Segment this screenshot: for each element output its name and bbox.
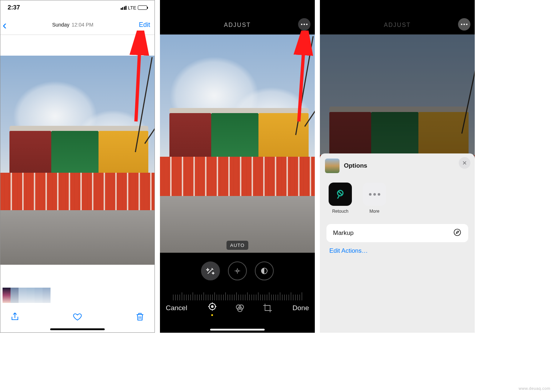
home-indicator[interactable]: [210, 329, 265, 331]
annotation-arrow: [118, 31, 161, 127]
photo-timestamp: Sunday12:04 PM: [52, 22, 93, 28]
extension-app-retouch[interactable]: Retouch: [328, 183, 353, 214]
page-title: ADJUST: [384, 22, 411, 28]
auto-label: AUTO: [226, 241, 248, 250]
edit-nav: ADJUST: [160, 0, 315, 35]
edit-nav: ADJUST: [320, 0, 475, 35]
page-title: ADJUST: [224, 22, 251, 28]
home-indicator[interactable]: [50, 328, 105, 330]
svg-line-10: [299, 36, 305, 121]
thumbnail-strip[interactable]: [3, 288, 51, 304]
app-label: Retouch: [332, 209, 349, 214]
sheet-thumbnail: [325, 159, 340, 173]
brilliance-icon[interactable]: [255, 261, 274, 280]
app-label: More: [369, 209, 379, 214]
crop-tab-icon[interactable]: [261, 302, 274, 314]
markup-row[interactable]: Markup: [326, 224, 468, 242]
svg-line-9: [136, 36, 140, 121]
extension-app-more[interactable]: More: [362, 183, 387, 214]
signal-icon: [121, 6, 127, 10]
annotation-arrow: [276, 31, 320, 127]
edit-button[interactable]: Edit: [139, 21, 150, 29]
sheet-title: Options: [344, 162, 367, 169]
thumbnail[interactable]: [11, 288, 19, 303]
svg-point-8: [454, 229, 461, 236]
more-button[interactable]: [298, 18, 310, 31]
row-label: Markup: [333, 229, 354, 237]
extension-apps-row: Retouch More: [320, 177, 475, 216]
markup-pen-icon: [453, 228, 462, 239]
heart-icon[interactable]: [72, 312, 83, 323]
actions-list: Markup: [326, 224, 468, 242]
thumbnail[interactable]: [3, 288, 11, 303]
adjust-tab-icon[interactable]: [206, 300, 218, 313]
status-time: 2:37: [8, 4, 20, 11]
status-right: LTE: [121, 5, 147, 11]
magic-wand-icon[interactable]: [201, 261, 220, 280]
edit-tab-bar: Cancel Done: [160, 294, 315, 322]
battery-icon: [138, 5, 147, 10]
sheet-header: Options: [320, 153, 475, 177]
filters-tab-icon[interactable]: [234, 302, 246, 314]
svg-point-0: [236, 270, 238, 272]
screen-options-sheet: ADJUST Options: [320, 0, 475, 333]
exposure-icon[interactable]: [228, 261, 247, 280]
thumbnail[interactable]: [19, 288, 27, 303]
close-button[interactable]: [459, 157, 470, 169]
share-icon[interactable]: [10, 312, 20, 323]
edit-actions-link[interactable]: Edit Actions…: [320, 242, 475, 260]
cancel-button[interactable]: Cancel: [166, 304, 187, 312]
back-chevron-icon[interactable]: ‹: [3, 19, 7, 31]
thumbnail[interactable]: [43, 288, 51, 303]
active-tab-dot: [211, 314, 213, 316]
adjust-knob-row: [160, 256, 315, 285]
thumbnail[interactable]: [35, 288, 43, 303]
more-button[interactable]: [458, 18, 470, 31]
svg-point-3: [211, 305, 213, 307]
more-ellipsis-icon: [363, 183, 386, 206]
done-button[interactable]: Done: [293, 304, 309, 312]
retouch-app-icon: [329, 183, 352, 206]
thumbnail[interactable]: [27, 288, 35, 303]
status-bar: 2:37 LTE: [0, 0, 154, 15]
options-sheet: Options Retouch More: [320, 153, 475, 333]
network-label: LTE: [128, 5, 136, 11]
trash-icon[interactable]: [135, 312, 145, 323]
watermark: www.deuaq.com: [519, 386, 550, 391]
